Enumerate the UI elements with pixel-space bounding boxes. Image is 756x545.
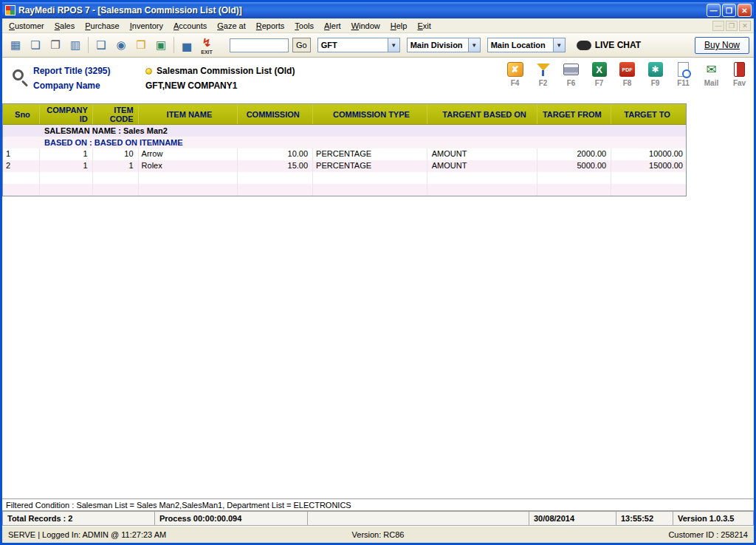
mdi-window-controls: — ❐ ✕ (712, 21, 754, 31)
mdi-restore-button[interactable]: ❐ (726, 21, 738, 31)
export-icon: ✱ (648, 62, 663, 77)
report-grid-icon[interactable]: ▦ (7, 35, 24, 55)
cell-target-from: 2000.00 (537, 148, 611, 160)
save-icon[interactable]: ❏ (27, 35, 44, 55)
chevron-down-icon: ▼ (553, 38, 565, 52)
mail-button[interactable]: ✉ Mail (700, 61, 723, 87)
export-f9-button[interactable]: ✱ F9 (644, 61, 667, 87)
total-records: Total Records : 2 (2, 511, 155, 526)
minimize-button[interactable]: — (707, 4, 721, 17)
menu-inventory[interactable]: Inventory (125, 20, 168, 32)
cell-commission: 10.00 (238, 148, 313, 160)
header-target-from[interactable]: TARGET FROM (537, 104, 611, 124)
mdi-close-button[interactable]: ✕ (739, 21, 751, 31)
filtered-condition-bar: Filtered Condition : Salesman List = Sal… (2, 498, 754, 511)
settings-f4-button[interactable]: ✘ F4 (504, 61, 526, 87)
exit-icon[interactable]: ↯ EXIT (198, 35, 216, 55)
header-target-to[interactable]: TARGET TO (611, 104, 686, 124)
empty-row (3, 184, 686, 196)
cell-company-id: 1 (40, 148, 93, 160)
header-item-code[interactable]: ITEM CODE (93, 104, 139, 124)
header-company-id[interactable]: COMPANY ID (40, 104, 93, 124)
group-row-based-on: BASED ON : BASED ON ITEMNAME (3, 137, 686, 148)
mdi-minimize-button[interactable]: — (712, 21, 724, 31)
invoice-icon[interactable]: ❑ (92, 35, 110, 55)
header-commission-type[interactable]: COMMISSION TYPE (313, 104, 427, 124)
cell-item-name: Arrow (139, 148, 238, 160)
toolbar-separator (173, 37, 174, 53)
photo-icon[interactable]: ▣ (152, 35, 170, 55)
location-select[interactable]: Main Location ▼ (487, 38, 566, 52)
menu-reports[interactable]: Reports (251, 20, 290, 32)
status-bar: Total Records : 2 Process 00:00:00.094 3… (2, 511, 754, 526)
go-button[interactable]: Go (292, 38, 311, 52)
function-button-bar: ✘ F4 F2 F6 X F7 PDF F8 (504, 61, 751, 87)
cell-commission-type: PERCENTAGE (313, 160, 427, 172)
status-date: 30/08/2014 (529, 511, 616, 526)
menu-alert[interactable]: Alert (319, 20, 346, 32)
search-document-icon[interactable]: ◉ (112, 35, 130, 55)
status-time: 13:55:52 (616, 511, 673, 526)
pdf-export-f8-button[interactable]: PDF F8 (616, 61, 639, 87)
filter-f2-button[interactable]: F2 (532, 61, 554, 87)
company-name-value: GFT,NEW COMPANY1 (145, 80, 237, 91)
report-title-value: Salesman Commission List (Old) (157, 66, 295, 76)
header-commission[interactable]: COMMISSION (238, 104, 313, 124)
menu-customer[interactable]: Customer (4, 20, 49, 32)
table-header-row: Sno COMPANY ID ITEM CODE ITEM NAME COMMI… (3, 104, 686, 125)
report-content: Report Title (3295) Salesman Commission … (2, 58, 754, 498)
barcode-icon[interactable]: ▥ (66, 35, 84, 55)
header-item-name[interactable]: ITEM NAME (139, 104, 238, 124)
cell-item-code: 10 (93, 148, 139, 160)
cell-target-from: 5000.00 (537, 160, 611, 172)
buy-now-button[interactable]: Buy Now (695, 37, 749, 54)
live-chat-button[interactable]: LIVE CHAT (577, 40, 641, 50)
close-button[interactable]: ✕ (738, 4, 752, 17)
cell-item-code: 1 (93, 160, 139, 172)
toolbar-separator (88, 37, 89, 53)
menu-purchase[interactable]: Purchase (80, 20, 124, 32)
cell-company-id: 1 (40, 160, 93, 172)
menu-exit[interactable]: Exit (412, 20, 436, 32)
report-title-label: Report Title (3295) (33, 66, 145, 76)
menu-gaze-at[interactable]: Gaze at (212, 20, 251, 32)
preview-f11-button[interactable]: F11 (672, 61, 695, 87)
table-row[interactable]: 2 1 1 Rolex 15.00 PERCENTAGE AMOUNT 5000… (3, 160, 686, 172)
search-icon (13, 69, 24, 80)
printer-icon[interactable]: ❐ (47, 35, 64, 55)
cell-target-based-on: AMOUNT (427, 160, 538, 172)
app-logo-icon (5, 5, 16, 16)
toolbar: ▦ ❏ ❐ ▥ ❑ ◉ ❒ ▣ ▅ ↯ EXIT Go GFT ▼ Main D… (2, 33, 754, 58)
menu-window[interactable]: Window (346, 20, 385, 32)
company-name-label: Company Name (33, 80, 145, 91)
menu-tools[interactable]: Tools (289, 20, 319, 32)
print-f6-button[interactable]: F6 (560, 61, 583, 87)
filter-icon (536, 62, 551, 77)
preview-icon (678, 62, 689, 77)
excel-icon: X (592, 62, 607, 77)
status-spacer (308, 511, 529, 526)
app-window: RayMedi RPOS 7 - [Salesman Commission Li… (0, 0, 756, 545)
status-center: Version: RC86 (2, 530, 754, 539)
chart-icon[interactable]: ▅ (178, 35, 196, 55)
commission-table: Sno COMPANY ID ITEM CODE ITEM NAME COMMI… (2, 103, 687, 196)
menu-sales[interactable]: Sales (49, 20, 80, 32)
cell-target-to: 15000.00 (611, 160, 686, 172)
header-sno[interactable]: Sno (3, 104, 40, 124)
menu-accounts[interactable]: Accounts (168, 20, 212, 32)
table-row[interactable]: 1 1 10 Arrow 10.00 PERCENTAGE AMOUNT 200… (3, 148, 686, 160)
header-target-based-on[interactable]: TARGENT BASED ON (427, 104, 538, 124)
maximize-button[interactable]: ❐ (722, 4, 736, 17)
pdf-icon: PDF (619, 62, 635, 77)
favorites-button[interactable]: Fav (728, 61, 751, 87)
company-select[interactable]: GFT ▼ (317, 38, 400, 52)
process-time: Process 00:00:00.094 (155, 511, 308, 526)
division-select[interactable]: Main Division ▼ (407, 38, 481, 52)
excel-export-f7-button[interactable]: X F7 (588, 61, 611, 87)
quick-search-input[interactable] (230, 38, 289, 52)
empty-row (3, 172, 686, 184)
folder-icon[interactable]: ❒ (132, 35, 150, 55)
menu-help[interactable]: Help (385, 20, 413, 32)
chat-bubble-icon (577, 41, 591, 50)
status-version: Version 1.0.3.5 (673, 511, 754, 526)
